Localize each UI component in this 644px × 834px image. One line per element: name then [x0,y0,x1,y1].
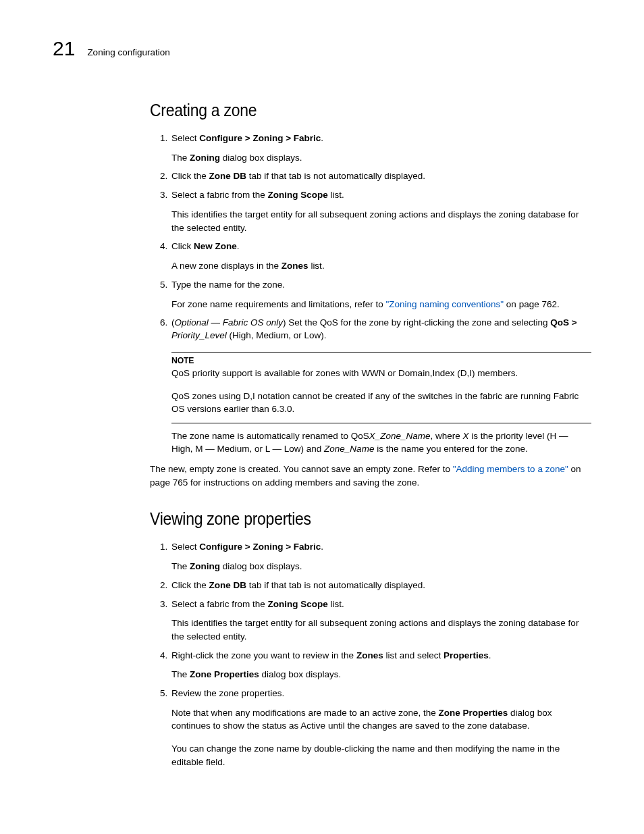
step-2: Click the Zone DB tab if that tab is not… [170,170,591,183]
text: dialog box displays. [220,153,302,163]
step-result: A new zone displays in the Zones list. [171,259,591,273]
text: list. [328,599,344,609]
ui-name: Zoning Scope [268,190,328,200]
variable: Priority_Level [171,330,227,340]
text: ) Set the QoS for the zone by right-clic… [283,317,550,328]
text: dialog box displays. [220,561,302,571]
step-result: The Zoning dialog box displays. [171,151,591,165]
step-5: Type the name for the zone. For zone nam… [170,279,591,311]
link-naming-conventions[interactable]: "Zoning naming conventions" [385,299,504,309]
text: Select [171,542,199,552]
text: Click the [171,580,209,590]
text: The new, empty zone is created. You cann… [150,464,453,474]
text: . [237,241,240,251]
text: Select [171,133,199,143]
variable: Zone_Name [324,444,374,454]
text: is the name you entered for the zone. [374,444,527,454]
text: (High, Medium, or Low). [227,330,327,340]
step-result: The Zone Properties dialog box displays. [171,668,591,681]
variable: X_Zone_Name [369,431,431,441]
text: tab if that tab is not automatically dis… [246,580,425,590]
text: on page 762. [504,299,560,309]
step-6: (Optional — Fabric OS only) Set the QoS … [170,317,591,456]
variable: X [463,431,469,441]
note-label: NOTE [171,355,566,367]
page: 21 Zoning configuration Creating a zone … [0,0,644,815]
rule-icon [171,423,591,423]
text: The [171,153,190,163]
text: The zone name is automatically renamed t… [171,431,369,441]
ui-name: Zoning Scope [268,599,328,609]
steps-viewing: Select Configure > Zoning > Fabric. The … [150,541,591,768]
ui-name: Zoning [190,153,220,163]
ui-name: Properties [444,650,489,660]
ui-name: Zones [281,261,308,271]
text: Select a fabric from the [171,190,268,200]
step-1: Select Configure > Zoning > Fabric. The … [170,541,591,573]
step-result: The Zoning dialog box displays. [171,560,591,573]
step-result: The zone name is automatically renamed t… [171,429,591,456]
ui-name: Zone DB [209,580,247,590]
ui-name: Zoning [190,561,220,571]
note-block: NOTE QoS priority support is available f… [171,352,591,423]
ui-name: Zone DB [209,171,247,181]
step-2: Click the Zone DB tab if that tab is not… [170,579,591,592]
ui-name: Zone Properties [190,669,259,679]
ui-name: Zone Properties [438,708,508,718]
ui-name: New Zone [194,241,237,251]
breadcrumb: Zoning configuration [87,47,169,57]
step-result: Note that when any modifications are mad… [171,706,591,733]
menu-path: QoS > [550,317,576,328]
steps-creating: Select Configure > Zoning > Fabric. The … [150,132,591,456]
section-title-viewing: Viewing zone properties [150,509,556,529]
step-1: Select Configure > Zoning > Fabric. The … [170,132,591,164]
text: Click the [171,171,209,181]
text: list. [328,190,344,200]
text: Click [171,241,194,251]
text: list. [308,261,325,271]
note-text: QoS zones using D,I notation cannot be c… [171,390,591,416]
rule-icon [171,352,591,353]
page-header: 21 Zoning configuration [53,37,591,60]
menu-path: Configure > Zoning > Fabric [199,133,321,143]
text: Note that when any modifications are mad… [171,708,438,718]
text: Review the zone properties. [171,688,284,698]
menu-path: Configure > Zoning > Fabric [199,542,321,552]
text: . [321,542,323,552]
step-result: This identifies the target entity for al… [171,208,591,234]
section-title-creating: Creating a zone [150,101,556,120]
text: . [489,650,491,660]
text: The [171,561,190,571]
step-5: Review the zone properties. Note that wh… [170,687,591,768]
ui-name: Zones [356,650,383,660]
step-result: This identifies the target entity for al… [171,617,591,643]
closing-paragraph: The new, empty zone is created. You cann… [150,463,591,489]
text: A new zone displays in the [171,261,281,271]
text: , where [430,431,462,441]
step-3: Select a fabric from the Zoning Scope li… [170,598,591,644]
text: Type the name for the zone. [171,280,285,290]
text: The [171,669,190,679]
step-3: Select a fabric from the Zoning Scope li… [170,189,591,234]
text: dialog box displays. [259,669,342,679]
text: tab if that tab is not automatically dis… [246,171,425,181]
text: For zone name requirements and limitatio… [171,299,385,309]
text: Right-click the zone you want to review … [171,650,356,660]
text: . [321,133,323,143]
link-adding-members[interactable]: "Adding members to a zone" [453,464,568,474]
step-4: Click New Zone. A new zone displays in t… [170,240,591,272]
step-result: You can change the zone name by double-c… [171,742,591,768]
emphasis: Optional — Fabric OS only [175,317,284,328]
text: list and select [383,650,444,660]
step-result: For zone name requirements and limitatio… [171,298,591,311]
content-area: Creating a zone Select Configure > Zonin… [150,101,591,768]
text: Select a fabric from the [171,599,268,609]
chapter-number: 21 [53,37,75,60]
step-4: Right-click the zone you want to review … [170,650,591,681]
note-text: QoS priority support is available for zo… [171,367,591,380]
